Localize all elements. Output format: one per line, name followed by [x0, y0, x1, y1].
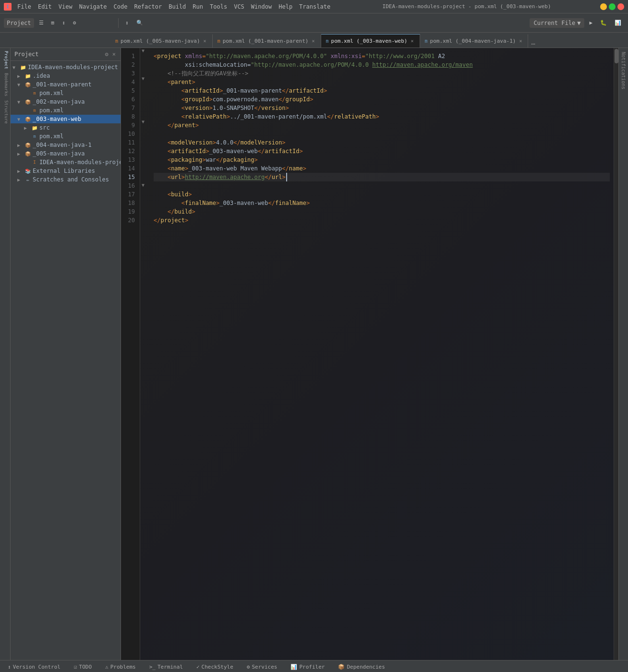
project-dropdown[interactable]: Project [4, 18, 34, 28]
code-line-1: <project xmlns="http://maven.apache.org/… [154, 52, 610, 60]
sidebar-title: Project [14, 51, 102, 58]
menu-navigate[interactable]: Navigate [76, 2, 110, 11]
tree-001[interactable]: ▼ 📦 _001-maven-parent [11, 80, 121, 89]
tree-scratches[interactable]: ▶ ✏ Scratches and Consoles [11, 175, 121, 184]
menu-run[interactable]: Run [190, 2, 206, 11]
tab-close-1[interactable]: × [203, 38, 207, 44]
maximize-button[interactable] [609, 3, 616, 10]
tree-extlibs-label: External Libraries [33, 168, 95, 174]
code-line-15: <url>http://maven.apache.org</url> [154, 173, 610, 181]
sidebar-settings[interactable]: ⚙ [104, 50, 109, 59]
sidebar-close[interactable]: × [111, 50, 117, 59]
code-editor[interactable]: <project xmlns="http://maven.apache.org/… [150, 48, 614, 660]
tree-arrow-005: ▶ [17, 151, 23, 156]
tree-iml[interactable]: I IDEA-maven-modules-project.iml [11, 158, 121, 167]
toolbar-profile[interactable]: 📊 [612, 18, 624, 27]
ln-12: 12 [123, 147, 138, 156]
tab-version-control[interactable]: ↕ Version Control [4, 660, 64, 672]
fold-icon-17[interactable]: ▼ [142, 182, 145, 188]
tab-dependencies[interactable]: 📦 Dependencies [334, 660, 388, 672]
toolbar-debug[interactable]: 🐛 [597, 18, 610, 27]
panel-project[interactable]: Project [1, 50, 10, 70]
tree-004[interactable]: ▶ 📦 _004-maven-java-1 [11, 141, 121, 149]
tab-close-4[interactable]: × [518, 38, 523, 44]
terminal-icon: >_ [149, 664, 156, 670]
menu-view[interactable]: View [56, 2, 75, 11]
menu-tools[interactable]: Tools [207, 2, 230, 11]
profiler-icon: 📊 [290, 664, 297, 670]
menu-edit[interactable]: Edit [35, 2, 55, 11]
tree-arrow-extlibs: ▶ [17, 168, 23, 174]
scrollbar-thumb[interactable] [615, 49, 618, 63]
tree-extlibs[interactable]: ▶ 📚 External Libraries [11, 167, 121, 175]
current-file-dropdown[interactable]: Current File ▼ [530, 18, 584, 28]
tree-003[interactable]: ▼ 📦 _003-maven-web [11, 115, 121, 123]
toolbar-left: Project ☰ ⊞ ↕ ⚙ [4, 18, 114, 28]
panel-bookmarks[interactable]: Bookmarks [1, 72, 10, 97]
tree-005-label: _005-maven-java [33, 150, 85, 157]
tab-profiler[interactable]: 📊 Profiler [287, 660, 328, 672]
tab-pom003[interactable]: m pom.xml (_003-maven-web) × [321, 34, 420, 48]
fold-icon-9[interactable]: ▼ [142, 119, 145, 124]
tree-pom002[interactable]: m pom.xml [11, 106, 121, 115]
menu-file[interactable]: File [14, 2, 34, 11]
tab-problems[interactable]: ⚠ Problems [101, 660, 140, 672]
gutter-icons: ▼ ▼ ▼ ▼ [140, 48, 150, 660]
tab-pom001[interactable]: m pom.xml (_001-maven-parent) × [213, 34, 321, 48]
tab-pom004[interactable]: m pom.xml (_004-maven-java-1) × [420, 34, 529, 48]
app-icon: I [4, 3, 12, 11]
notifications-panel[interactable]: Notifications [619, 48, 628, 93]
menu-help[interactable]: Help [276, 2, 295, 11]
tab-terminal[interactable]: >_ Terminal [145, 660, 187, 672]
minimize-button[interactable] [600, 3, 607, 10]
right-strip: Notifications [618, 48, 628, 660]
menu-build[interactable]: Build [166, 2, 189, 11]
code-line-13: <packaging>war</packaging> [154, 156, 610, 164]
scrollbar-track[interactable] [614, 48, 618, 660]
tab-close-2[interactable]: × [311, 38, 315, 44]
ln-5: 5 [123, 86, 138, 95]
menu-code[interactable]: Code [111, 2, 131, 11]
toolbar-search[interactable]: 🔍 [133, 18, 146, 27]
tree-pom001[interactable]: m pom.xml [11, 89, 121, 97]
toolbar-btn-2[interactable]: ⊞ [48, 18, 58, 27]
menu-vcs[interactable]: VCS [231, 2, 247, 11]
code-line-11: <modelVersion>4.0.0</modelVersion> [154, 138, 610, 147]
code-line-18: <finalName>_003-maven-web</finalName> [154, 199, 610, 207]
code-line-19: </build> [154, 207, 610, 216]
tree-005[interactable]: ▶ 📦 _005-maven-java [11, 149, 121, 158]
menu-translate[interactable]: Translate [296, 2, 333, 11]
tree-scratches-label: Scratches and Consoles [33, 176, 109, 183]
fold-icon-1[interactable]: ▼ [142, 48, 145, 53]
code-line-20: </project> [154, 216, 610, 225]
toolbar: Project ☰ ⊞ ↕ ⚙ ↕ 🔍 Current File ▼ ▶ 🐛 📊 [0, 13, 628, 33]
tree-idea[interactable]: ▶ 📁 .idea [11, 72, 121, 80]
tab-services[interactable]: ⚙ Services [243, 660, 281, 672]
tree-pom003[interactable]: m pom.xml [11, 132, 121, 141]
tab-close-3[interactable]: × [410, 38, 415, 44]
fold-icon-4[interactable]: ▼ [142, 76, 145, 81]
tree-src003[interactable]: ▶ 📁 src [11, 123, 121, 132]
module-003-icon: 📦 [24, 116, 31, 122]
ln-13: 13 [123, 156, 138, 164]
tree-root[interactable]: ▼ 📁 IDEA-maven-modules-project [11, 63, 121, 72]
ln-20: 20 [123, 216, 138, 225]
toolbar-btn-4[interactable]: ⚙ [70, 18, 79, 27]
panel-structure[interactable]: Structure [1, 99, 10, 125]
profiler-label: Profiler [299, 664, 325, 670]
toolbar-run[interactable]: ▶ [586, 18, 595, 27]
terminal-label: Terminal [157, 664, 183, 670]
xml-icon-pom002: m [31, 107, 38, 114]
toolbar-btn-3[interactable]: ↕ [59, 18, 68, 27]
menu-refactor[interactable]: Refactor [131, 2, 165, 11]
tab-todo[interactable]: ☑ TODO [70, 660, 96, 672]
tab-pom005[interactable]: m pom.xml (_005-maven-java) × [110, 34, 213, 48]
todo-icon: ☑ [74, 664, 77, 670]
tab-checkstyle[interactable]: ✓ CheckStyle [193, 660, 237, 672]
close-button[interactable] [617, 3, 624, 10]
toolbar-git[interactable]: ↕ [122, 18, 132, 27]
tree-002[interactable]: ▼ 📦 _002-maven-java [11, 97, 121, 106]
toolbar-btn-1[interactable]: ☰ [36, 18, 47, 27]
menu-window[interactable]: Window [248, 2, 275, 11]
tab-overflow-menu[interactable]: ⋯ [528, 40, 538, 48]
